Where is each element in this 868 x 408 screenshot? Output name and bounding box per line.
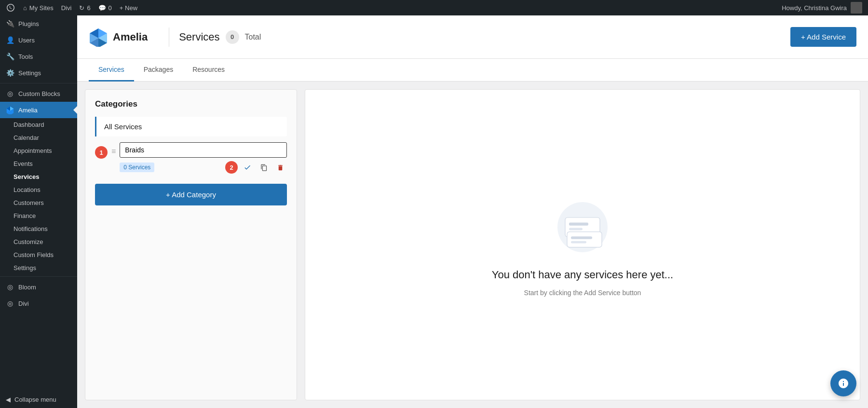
admin-bar-right: Howdy, Christina Gwira [782,2,862,14]
all-services-item[interactable]: All Services [95,117,287,136]
sidebar-subitem-calendar[interactable]: Calendar [0,131,77,144]
sidebar-subitem-appointments[interactable]: Appointments [0,144,77,157]
tab-services[interactable]: Services [89,59,134,82]
categories-title: Categories [95,99,287,109]
sidebar: 🔌 Plugins 👤 Users 🔧 Tools ⚙️ Settings ◎ … [0,15,77,408]
collapse-menu-item[interactable]: ◀ Collapse menu [0,391,77,408]
divi-icon: ◎ [6,299,14,308]
sidebar-subitem-customize[interactable]: Customize [0,235,77,248]
amelia-logo: Amelia [89,27,148,47]
empty-state-title: You don't have any services here yet... [492,269,673,281]
svg-rect-14 [569,228,583,230]
settings-icon: ⚙️ [6,68,14,77]
sidebar-item-users[interactable]: 👤 Users [0,32,77,48]
header-divider [169,27,169,47]
sidebar-item-custom-blocks[interactable]: ◎ Custom Blocks [0,85,77,102]
services-count-badge: 0 Services [120,163,154,172]
sidebar-item-settings[interactable]: ⚙️ Settings [0,65,77,81]
users-icon: 👤 [6,36,14,44]
new-menu[interactable]: + New [120,4,137,12]
updates-menu[interactable]: ↻ 6 [79,4,90,12]
sidebar-subitem-dashboard[interactable]: Dashboard [0,118,77,131]
sidebar-subitem-settings-amelia[interactable]: Settings [0,261,77,274]
empty-state-subtitle: Start by clicking the Add Service button [524,289,641,297]
sidebar-subitem-finance[interactable]: Finance [0,209,77,222]
sidebar-subitem-custom-fields[interactable]: Custom Fields [0,248,77,261]
svg-rect-16 [571,236,592,239]
sidebar-subitem-customers[interactable]: Customers [0,196,77,209]
amelia-subitems: Dashboard Calendar Appointments Events S… [0,118,77,274]
drag-handle-icon[interactable]: ≡ [111,147,116,156]
amelia-icon [6,106,14,114]
empty-state-panel: You don't have any services here yet... … [305,89,860,400]
amelia-logo-text: Amelia [113,31,148,43]
my-sites-menu[interactable]: ⌂ My Sites [23,4,54,12]
confirm-category-button[interactable] [241,161,254,174]
copy-category-button[interactable] [257,161,271,174]
tabs-bar: Services Packages Resources [77,59,868,82]
sidebar-item-amelia[interactable]: Amelia [0,102,77,118]
main-content: Categories All Services 1 ≡ 0 Services 2 [77,82,868,408]
sidebar-divider-2 [0,276,77,277]
sidebar-item-plugins[interactable]: 🔌 Plugins [0,15,77,32]
delete-category-button[interactable] [273,161,287,174]
category-name-input[interactable] [120,142,287,158]
add-service-button[interactable]: + Add Service [790,27,856,47]
sidebar-subitem-notifications[interactable]: Notifications [0,222,77,235]
wp-logo[interactable] [6,3,15,13]
category-actions: 2 [225,161,287,174]
page-title: Services [179,31,219,43]
svg-rect-13 [569,222,588,225]
svg-rect-17 [571,241,586,243]
comments-menu[interactable]: 💬 0 [98,4,112,12]
greeting-text: Howdy, Christina Gwira [782,4,847,12]
sidebar-subitem-locations[interactable]: Locations [0,183,77,196]
plugins-icon: 🔌 [6,19,14,28]
add-category-button[interactable]: + Add Category [95,184,287,205]
page-title-area: Services 0 Total [179,30,261,44]
sidebar-item-tools[interactable]: 🔧 Tools [0,48,77,65]
empty-state-illustration [544,193,621,261]
bloom-icon: ◎ [6,283,14,291]
total-count-badge: 0 [226,30,239,44]
category-row: 1 ≡ 0 Services 2 [95,142,287,174]
collapse-icon: ◀ [6,396,11,403]
custom-blocks-icon: ◎ [6,89,14,98]
category-content: 0 Services 2 [120,142,287,174]
fab-button[interactable] [830,370,856,396]
page-header: Amelia Services 0 Total + Add Service [77,15,868,59]
divi-menu[interactable]: Divi [61,4,72,12]
svg-rect-15 [567,231,602,247]
tab-packages[interactable]: Packages [134,59,183,82]
sidebar-item-divi[interactable]: ◎ Divi [0,295,77,312]
avatar [851,2,862,14]
sidebar-subitem-services[interactable]: Services [0,170,77,183]
category-step-badge: 1 [95,146,108,159]
category-meta-row: 0 Services 2 [120,161,287,174]
total-label: Total [245,33,261,41]
sidebar-item-bloom[interactable]: ◎ Bloom [0,279,77,295]
sidebar-subitem-events[interactable]: Events [0,157,77,170]
categories-panel: Categories All Services 1 ≡ 0 Services 2 [85,89,297,400]
content-area: Amelia Services 0 Total + Add Service Se… [77,15,868,408]
sidebar-divider-1 [0,83,77,83]
wp-admin-bar: ⌂ My Sites Divi ↻ 6 💬 0 + New Howdy, Chr… [0,0,868,15]
tools-icon: 🔧 [6,52,14,61]
tab-resources[interactable]: Resources [183,59,234,82]
action-step-badge: 2 [225,161,238,174]
